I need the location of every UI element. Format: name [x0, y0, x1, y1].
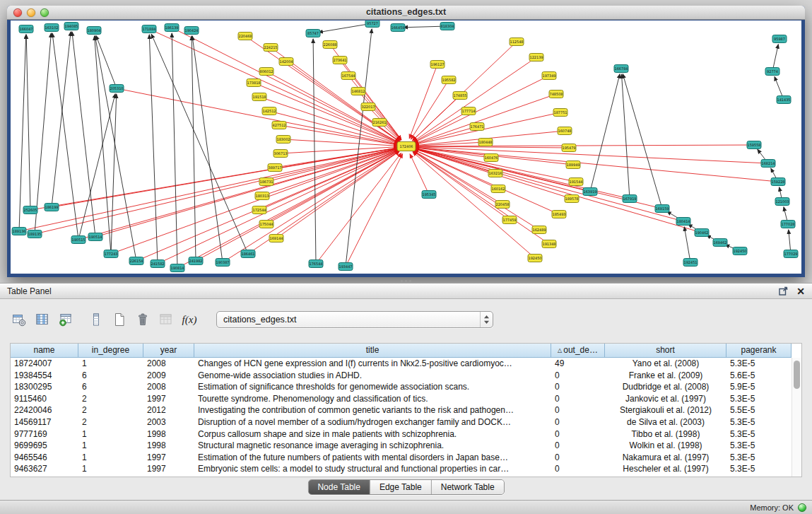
graph-node[interactable]: 183002 [276, 136, 290, 144]
citation-edge-red[interactable] [35, 148, 398, 234]
graph-node[interactable]: 190814 [170, 264, 184, 272]
citation-edge-black[interactable] [192, 36, 196, 261]
graph-node[interactable]: 273641 [333, 57, 347, 64]
citation-edge-red[interactable] [415, 127, 477, 144]
citation-edge-red[interactable] [223, 151, 399, 262]
graph-node[interactable]: 189136 [12, 228, 26, 235]
graph-node[interactable]: 224215 [264, 44, 278, 52]
graph-node[interactable]: 216261 [372, 119, 387, 127]
graph-node[interactable]: 163216 [488, 170, 502, 177]
graph-node[interactable]: 252605 [23, 206, 37, 214]
graph-node[interactable]: 187751 [553, 109, 567, 117]
graph-node[interactable]: 806012 [259, 68, 273, 76]
citation-edge-red[interactable] [415, 148, 683, 221]
graph-node[interactable]: 160162 [491, 185, 505, 193]
graph-node[interactable]: 189578 [565, 195, 579, 203]
network-canvas[interactable]: 1660471631021940851809041718841861391904… [11, 21, 801, 274]
citation-edge-red[interactable] [415, 142, 486, 146]
graph-node[interactable]: 172544 [252, 206, 266, 214]
citation-edge-black[interactable] [151, 34, 248, 254]
close-window-button[interactable] [13, 8, 22, 17]
graph-node[interactable]: 195345 [422, 191, 436, 199]
graph-node[interactable]: 197349 [542, 72, 556, 80]
citation-edge-black[interactable] [78, 94, 115, 240]
graph-node[interactable]: 195479 [562, 144, 576, 152]
network-table-select[interactable]: citations_edges.txt [216, 311, 493, 328]
graph-node[interactable]: 192450 [528, 255, 542, 262]
graph-node[interactable]: 168214 [761, 160, 775, 168]
graph-node[interactable]: 95727 [365, 21, 379, 28]
column-header-short[interactable]: short [605, 344, 726, 358]
graph-hub-node[interactable]: 172406 [397, 142, 416, 151]
graph-node[interactable]: 163919 [583, 188, 597, 196]
import-table-icon[interactable] [57, 310, 75, 329]
graph-node[interactable]: 142512 [262, 107, 276, 115]
graph-node[interactable]: 306713 [273, 150, 288, 158]
citation-edge-red[interactable] [196, 151, 399, 261]
graph-node[interactable]: 748508 [549, 90, 563, 98]
graph-node[interactable]: 171884 [142, 25, 156, 33]
graph-node[interactable]: 180414 [676, 218, 690, 226]
tab-edge-table[interactable]: Edge Table [370, 480, 432, 494]
graph-node[interactable]: 195582 [442, 76, 456, 84]
citation-edge-red[interactable] [409, 64, 437, 139]
graph-node[interactable]: 186461 [241, 250, 255, 258]
citation-edge-black[interactable] [19, 35, 26, 231]
function-builder-icon[interactable]: f(x) [180, 310, 199, 329]
tab-node-table[interactable]: Node Table [308, 480, 370, 494]
column-header-pagerank[interactable]: pagerank [726, 344, 792, 358]
graph-node[interactable]: 175044 [259, 221, 273, 228]
graph-node[interactable]: 85747 [306, 30, 320, 37]
graph-node[interactable]: 191544 [569, 178, 583, 186]
column-header-out_degree[interactable]: △out_de… [551, 344, 605, 358]
graph-node[interactable]: 173818 [247, 79, 261, 87]
column-icon[interactable] [87, 310, 105, 329]
graph-node[interactable]: 186199 [45, 204, 59, 211]
citation-edge-black[interactable] [96, 35, 117, 88]
minimize-window-button[interactable] [27, 8, 35, 17]
scrollbar-thumb[interactable] [794, 361, 800, 389]
graph-node[interactable]: 159228 [771, 178, 785, 186]
graph-node[interactable]: 186139 [165, 24, 179, 32]
graph-node[interactable]: 174855 [453, 92, 467, 100]
graph-node[interactable]: 226088 [323, 41, 337, 49]
citation-edge-red[interactable] [283, 139, 398, 146]
graph-node[interactable]: 180904 [87, 27, 101, 35]
graph-node[interactable]: 189135 [28, 230, 42, 238]
graph-node[interactable]: 163102 [45, 24, 59, 32]
graph-node[interactable]: 427512 [272, 122, 286, 129]
graph-node[interactable]: 169159 [655, 205, 669, 213]
graph-node[interactable]: 389717 [268, 164, 282, 172]
graph-node[interactable]: 818304 [440, 23, 454, 30]
column-header-title[interactable]: title [194, 344, 551, 358]
table-row[interactable]: 1830029562008Estimation of significance … [11, 381, 792, 393]
graph-node[interactable]: 180448 [478, 139, 493, 146]
table-row[interactable]: 946554611997Estimation of the future num… [11, 452, 792, 464]
citation-edge-black[interactable] [95, 36, 111, 254]
graph-node[interactable]: 190515 [71, 236, 86, 244]
create-table-icon[interactable] [110, 310, 129, 329]
citation-edge-red[interactable] [415, 145, 754, 146]
graph-node[interactable]: 226154 [129, 257, 143, 265]
show-column-icon[interactable] [33, 310, 52, 329]
table-row[interactable]: 911546021997Tourette syndrome. Phenomeno… [11, 393, 792, 405]
graph-node[interactable]: 166459 [391, 24, 405, 32]
column-header-year[interactable]: year [143, 344, 194, 358]
graph-node[interactable]: 142004 [279, 58, 293, 66]
delete-column-icon[interactable] [157, 310, 175, 329]
citation-edge-red[interactable] [413, 111, 469, 142]
graph-node[interactable]: 166047 [19, 25, 33, 33]
graph-node[interactable]: 167544 [341, 72, 355, 80]
citation-edge-black[interactable] [172, 33, 177, 268]
graph-node[interactable]: 177028 [781, 221, 795, 228]
graph-node[interactable]: 190514 [88, 233, 102, 241]
graph-node[interactable]: 185493 [552, 211, 566, 218]
graph-node[interactable]: 220468 [238, 33, 252, 40]
graph-node[interactable]: 169462 [713, 239, 727, 247]
citation-edge-black[interactable] [346, 29, 372, 267]
citation-edge-black[interactable] [72, 32, 95, 237]
graph-node[interactable]: 146812 [351, 88, 365, 95]
graph-node[interactable]: 190387 [216, 259, 230, 267]
graph-node[interactable]: 192450 [733, 247, 747, 255]
graph-node[interactable]: 160748 [558, 127, 572, 135]
